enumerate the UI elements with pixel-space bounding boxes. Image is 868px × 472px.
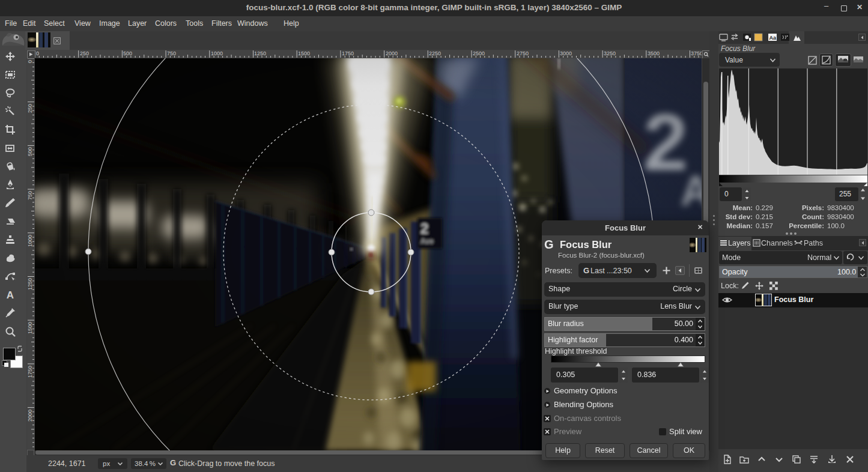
svg-text:3750: 3750 [691, 50, 702, 56]
svg-text:250: 250 [27, 104, 33, 113]
svg-text:2000: 2000 [386, 50, 398, 56]
svg-text:1500: 1500 [27, 322, 33, 334]
svg-text:1750: 1750 [342, 50, 354, 56]
svg-text:3000: 3000 [560, 50, 572, 56]
svg-text:750: 750 [167, 50, 176, 56]
svg-text:0: 0 [36, 50, 39, 56]
svg-text:1250: 1250 [27, 278, 33, 290]
svg-text:3500: 3500 [648, 50, 660, 56]
svg-text:Aa: Aa [769, 35, 777, 41]
svg-text:1250: 1250 [254, 50, 266, 56]
svg-text:750: 750 [27, 191, 33, 200]
svg-text:250: 250 [80, 50, 89, 56]
svg-text:2000: 2000 [27, 410, 33, 422]
svg-text:1500: 1500 [298, 50, 310, 56]
svg-text:2500: 2500 [473, 50, 485, 56]
svg-text:1750: 1750 [27, 366, 33, 378]
svg-text:A: A [7, 289, 14, 301]
svg-text:500: 500 [27, 147, 33, 156]
svg-text:3250: 3250 [604, 50, 616, 56]
svg-text:2250: 2250 [429, 50, 441, 56]
svg-text:500: 500 [123, 50, 132, 56]
svg-text:1000: 1000 [211, 50, 223, 56]
svg-text:2750: 2750 [517, 50, 529, 56]
svg-text:0: 0 [27, 60, 33, 63]
svg-text:1000: 1000 [27, 235, 33, 247]
